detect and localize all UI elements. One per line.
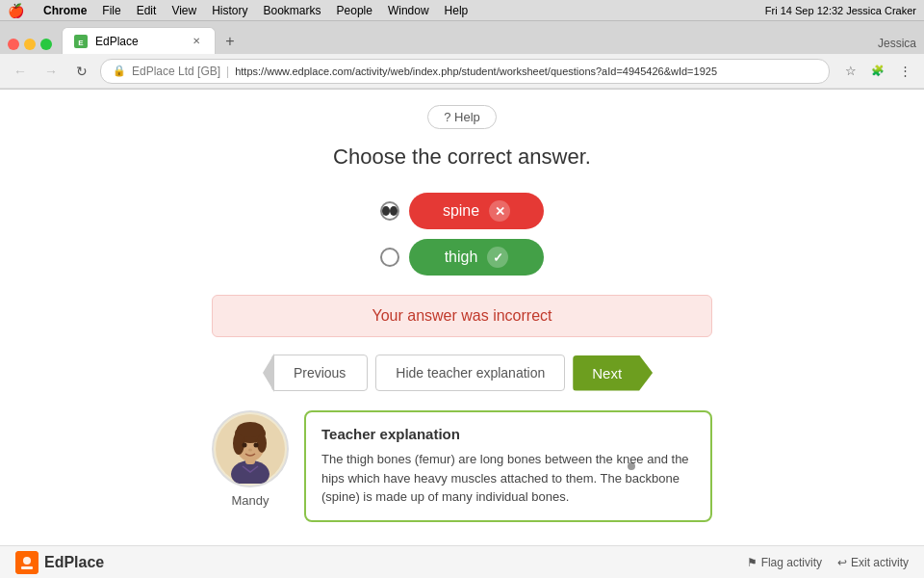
exit-icon: ↩ [837, 556, 847, 569]
nav-bar: ← → ↻ 🔒 EdPlace Ltd [GB] | https://www.e… [0, 54, 924, 89]
menu-window[interactable]: Window [388, 4, 429, 17]
svg-point-9 [237, 422, 264, 437]
active-tab[interactable]: E EdPlace ✕ [62, 27, 216, 54]
menu-history[interactable]: History [212, 4, 247, 17]
next-button[interactable]: Next [573, 355, 653, 391]
svg-point-10 [243, 443, 247, 448]
teacher-section: Mandy Teacher explanation The thigh bone… [212, 410, 712, 522]
question-title: Choose the correct answer. [333, 144, 591, 170]
tab-title: EdPlace [95, 35, 139, 48]
svg-point-12 [248, 449, 252, 452]
maximize-window-btn[interactable] [40, 39, 52, 50]
address-bar[interactable]: 🔒 EdPlace Ltd [GB] | https://www.edplace… [100, 59, 830, 84]
navigation-buttons: Previous Hide teacher explanation Next [271, 355, 653, 391]
previous-label: Previous [294, 365, 346, 381]
edplace-logo-icon [15, 551, 38, 574]
flag-activity-link[interactable]: ⚑ Flag activity [747, 556, 822, 569]
hide-explanation-button[interactable]: Hide teacher explanation [375, 355, 565, 391]
edplace-logo: EdPlace [15, 551, 104, 574]
address-url: https://www.edplace.com/activity/web/ind… [235, 66, 717, 77]
back-btn[interactable]: ← [8, 59, 33, 84]
svg-text:E: E [78, 38, 84, 46]
account-name: Jessica [878, 37, 916, 54]
hide-explanation-label: Hide teacher explanation [396, 365, 545, 381]
answer-pill-spine[interactable]: spine ✕ [409, 193, 544, 229]
wrong-icon: ✕ [489, 200, 510, 222]
svg-rect-15 [21, 566, 33, 569]
tab-bar: E EdPlace ✕ + Jessica [0, 21, 924, 54]
teacher-avatar-svg [216, 414, 285, 484]
apple-menu[interactable]: 🍎 [8, 3, 24, 18]
teacher-explanation-title: Teacher explanation [321, 426, 695, 442]
close-window-btn[interactable] [8, 39, 19, 50]
reload-btn[interactable]: ↻ [69, 59, 94, 84]
answer-pill-thigh[interactable]: thigh ✓ [409, 239, 544, 276]
spine-label: spine [443, 202, 479, 220]
menu-chrome[interactable]: Chrome [43, 4, 87, 17]
page-content: ? Help Choose the correct answer. spine … [0, 90, 924, 578]
address-label: EdPlace Ltd [GB] [132, 65, 220, 78]
tab-favicon-icon: E [74, 35, 88, 48]
menu-edit[interactable]: Edit [137, 4, 157, 17]
answer-options: spine ✕ thigh ✓ [380, 193, 544, 276]
teacher-avatar-container: Mandy [212, 410, 289, 508]
answer-option-thigh[interactable]: thigh ✓ [380, 239, 544, 276]
menu-bar: 🍎 Chrome File Edit View History Bookmark… [0, 0, 924, 21]
exit-activity-link[interactable]: ↩ Exit activity [837, 556, 909, 569]
teacher-avatar [212, 410, 289, 487]
teacher-name: Mandy [231, 493, 269, 508]
svg-point-14 [23, 557, 31, 565]
address-separator: | [226, 65, 229, 78]
teacher-explanation-text: The thigh bones (femur) are long bones b… [321, 450, 695, 507]
ssl-lock-icon: 🔒 [113, 65, 126, 77]
nav-icons: ☆ 🧩 ⋮ [839, 60, 916, 83]
datetime-display: Fri 14 Sep 12:32 Jessica Craker [765, 5, 916, 16]
menu-file[interactable]: File [102, 4, 120, 17]
edplace-logo-text: EdPlace [44, 554, 104, 571]
svg-point-8 [257, 434, 267, 453]
more-options-icon[interactable]: ⋮ [893, 60, 916, 83]
browser-chrome: E EdPlace ✕ + Jessica ← → ↻ 🔒 EdPlace Lt… [0, 21, 924, 90]
menu-bar-right: Fri 14 Sep 12:32 Jessica Craker [765, 5, 916, 16]
correct-icon: ✓ [487, 247, 508, 268]
flag-icon: ⚑ [747, 556, 757, 569]
bottom-right-buttons: ⚑ Flag activity ↩ Exit activity [747, 556, 909, 569]
previous-button[interactable]: Previous [271, 355, 368, 391]
radio-thigh[interactable] [380, 248, 399, 267]
help-button[interactable]: ? Help [427, 105, 497, 129]
menu-people[interactable]: People [337, 4, 372, 17]
minimize-window-btn[interactable] [24, 39, 36, 50]
answer-option-spine[interactable]: spine ✕ [380, 193, 544, 229]
next-label: Next [592, 365, 622, 381]
bottom-bar: EdPlace ⚑ Flag activity ↩ Exit activity [0, 545, 924, 578]
thigh-label: thigh [445, 249, 478, 266]
bookmark-star-icon[interactable]: ☆ [839, 60, 862, 83]
menu-bookmarks[interactable]: Bookmarks [264, 4, 321, 17]
teacher-explanation-box: Teacher explanation The thigh bones (fem… [304, 410, 712, 522]
menu-help[interactable]: Help [445, 4, 469, 17]
incorrect-banner: Your answer was incorrect [212, 295, 712, 337]
forward-btn[interactable]: → [38, 59, 64, 84]
extensions-icon[interactable]: 🧩 [866, 60, 889, 83]
menu-view[interactable]: View [171, 4, 196, 17]
svg-point-11 [254, 443, 259, 448]
tab-close-btn[interactable]: ✕ [190, 35, 203, 48]
new-tab-btn[interactable]: + [218, 29, 243, 54]
radio-spine[interactable] [380, 201, 399, 221]
